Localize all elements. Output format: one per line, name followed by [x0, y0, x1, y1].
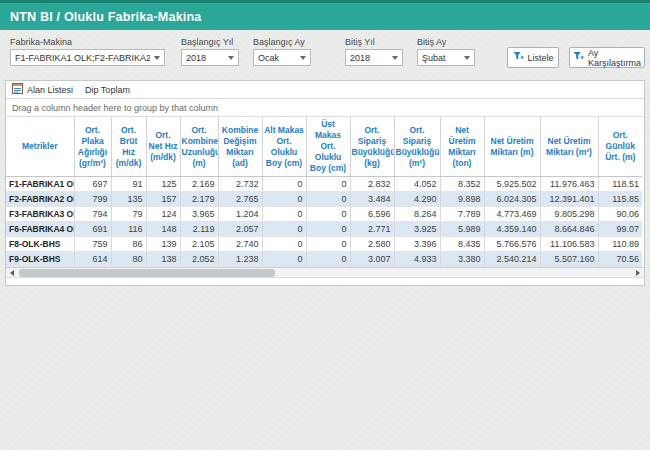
column-header[interactable]: Ort. Net Hız (m/dk)	[146, 117, 180, 177]
cell-value: 799	[74, 192, 111, 207]
column-header[interactable]: Net Üretim Miktarı (ton)	[440, 117, 484, 177]
scroll-left-arrow-icon[interactable]	[6, 268, 18, 277]
table-row[interactable]: F6-FABRIKA4 OLK6911161482.1192.057002.77…	[6, 222, 642, 237]
grid-header-row: MetriklerOrt. Plaka Ağırlığı (gr/m²)Ort.…	[6, 117, 642, 177]
row-label: F2-FABRIKA2 OLK	[6, 192, 74, 207]
cell-value: 6.024.305	[484, 192, 540, 207]
listele-button-label: Listele	[528, 53, 554, 63]
cell-value: 125	[146, 177, 180, 192]
column-header[interactable]: Ort. Sipariş Büyüklüğü (m²)	[394, 117, 440, 177]
cell-value: 3.007	[350, 252, 394, 267]
cell-value: 3.380	[440, 252, 484, 267]
cell-value: 139	[146, 237, 180, 252]
page-title: NTN BI / Oluklu Fabrika-Makina	[0, 10, 201, 24]
cell-value: 115.85	[598, 192, 642, 207]
cell-value: 2.057	[218, 222, 262, 237]
cell-value: 2.540.214	[484, 252, 540, 267]
column-header[interactable]: Ort. Kombine Uzunluğu (m)	[180, 117, 218, 177]
column-header[interactable]: Üst Makas Ort. Oluklu Boy (cm)	[306, 117, 350, 177]
cell-value: 2.105	[180, 237, 218, 252]
cell-value: 3.484	[350, 192, 394, 207]
ay-karsilastirma-button-label: Ay Karşılaştırma	[588, 48, 641, 68]
app-header: NTN BI / Oluklu Fabrika-Makina	[0, 0, 650, 30]
cell-value: 118.51	[598, 177, 642, 192]
scroll-right-arrow-icon[interactable]	[632, 268, 644, 277]
cell-value: 11.976.463	[540, 177, 598, 192]
cell-value: 116	[111, 222, 146, 237]
chevron-down-icon	[228, 56, 234, 60]
baslangic-yil-field: Başlangıç Yıl 2018	[181, 37, 239, 66]
cell-value: 2.580	[350, 237, 394, 252]
table-row[interactable]: F1-FABRIKA1 OLK697911252.1692.732002.832…	[6, 177, 642, 192]
cell-value: 80	[111, 252, 146, 267]
bitis-yil-label: Bitiş Yıl	[345, 37, 403, 47]
cell-value: 0	[262, 237, 306, 252]
column-header[interactable]: Kombine Değişim Miktarı (ad)	[218, 117, 262, 177]
cell-value: 138	[146, 252, 180, 267]
dip-toplam-button[interactable]: Dip Toplam	[85, 85, 130, 95]
grid-panel: Alan Listesi Dip Toplam Drag a column he…	[5, 80, 645, 286]
cell-value: 8.352	[440, 177, 484, 192]
cell-value: 5.989	[440, 222, 484, 237]
bitis-ay-field: Bitiş Ay Şubat	[417, 37, 475, 66]
cell-value: 691	[74, 222, 111, 237]
cell-value: 157	[146, 192, 180, 207]
listele-button[interactable]: Listele	[507, 47, 559, 68]
baslangic-ay-value: Ocak	[258, 53, 279, 63]
cell-value: 2.119	[180, 222, 218, 237]
page: { "header": { "title": "NTN BI / Oluklu …	[0, 0, 650, 450]
cell-value: 697	[74, 177, 111, 192]
column-header[interactable]: Ort. Günlük Ürt. (m)	[598, 117, 642, 177]
cell-value: 135	[111, 192, 146, 207]
cell-value: 7.789	[440, 207, 484, 222]
cell-value: 79	[111, 207, 146, 222]
dip-toplam-label: Dip Toplam	[85, 85, 130, 95]
cell-value: 0	[306, 237, 350, 252]
cell-value: 124	[146, 207, 180, 222]
filter-bar: Fabrika-Makina F1-FABRIKA1 OLK;F2-FABRIK…	[0, 30, 650, 80]
cell-value: 99.07	[598, 222, 642, 237]
alan-listesi-button[interactable]: Alan Listesi	[12, 83, 73, 96]
cell-value: 2.169	[180, 177, 218, 192]
cell-value: 90.06	[598, 207, 642, 222]
row-label: F8-OLK-BHS	[6, 237, 74, 252]
ay-karsilastirma-button[interactable]: Ay Karşılaştırma	[569, 47, 645, 68]
baslangic-yil-select[interactable]: 2018	[181, 49, 239, 66]
cell-value: 2.052	[180, 252, 218, 267]
cell-value: 4.052	[394, 177, 440, 192]
cell-value: 0	[262, 192, 306, 207]
table-row[interactable]: F2-FABRIKA2 OLK7991351572.1792.765003.48…	[6, 192, 642, 207]
column-header[interactable]: Metrikler	[6, 117, 74, 177]
cell-value: 0	[262, 207, 306, 222]
horizontal-scrollbar[interactable]	[6, 267, 644, 278]
table-row[interactable]: F3-FABRIKA3 OLK794791243.9651.204006.596…	[6, 207, 642, 222]
column-header[interactable]: Ort. Sipariş Büyüklüğü (kg)	[350, 117, 394, 177]
cell-value: 12.391.401	[540, 192, 598, 207]
baslangic-ay-select[interactable]: Ocak	[253, 49, 311, 66]
cell-value: 0	[306, 207, 350, 222]
bitis-yil-field: Bitiş Yıl 2018	[345, 37, 403, 66]
table-row[interactable]: F9-OLK-BHS614801382.0521.238003.0074.933…	[6, 252, 642, 267]
cell-value: 9.898	[440, 192, 484, 207]
bitis-yil-select[interactable]: 2018	[345, 49, 403, 66]
column-header[interactable]: Alt Makas Ort. Oluklu Boy (cm)	[262, 117, 306, 177]
column-header[interactable]: Ort. Brüt Hız (m/dk)	[111, 117, 146, 177]
cell-value: 794	[74, 207, 111, 222]
baslangic-ay-field: Başlangıç Ay Ocak	[253, 37, 311, 66]
column-header[interactable]: Ort. Plaka Ağırlığı (gr/m²)	[74, 117, 111, 177]
cell-value: 0	[306, 222, 350, 237]
bitis-ay-select[interactable]: Şubat	[417, 49, 475, 66]
chevron-down-icon	[464, 56, 470, 60]
cell-value: 4.933	[394, 252, 440, 267]
scrollbar-thumb[interactable]	[19, 269, 275, 277]
cell-value: 2.765	[218, 192, 262, 207]
chevron-down-icon	[392, 56, 398, 60]
table-row[interactable]: F8-OLK-BHS759861392.1052.740002.5803.396…	[6, 237, 642, 252]
baslangic-ay-label: Başlangıç Ay	[253, 37, 311, 47]
column-header[interactable]: Net Üretim Miktarı (m)	[484, 117, 540, 177]
cell-value: 2.179	[180, 192, 218, 207]
cell-value: 0	[306, 252, 350, 267]
column-header[interactable]: Net Üretim Miktarı (m²)	[540, 117, 598, 177]
fabrika-makina-select[interactable]: F1-FABRIKA1 OLK;F2-FABRIKA2 OLK;F9-OLK-	[10, 49, 165, 66]
group-by-panel[interactable]: Drag a column header here to group by th…	[6, 99, 644, 117]
